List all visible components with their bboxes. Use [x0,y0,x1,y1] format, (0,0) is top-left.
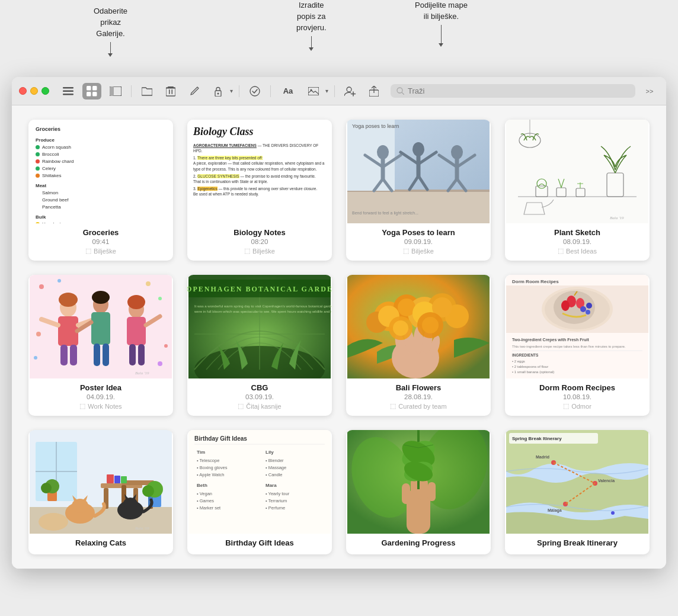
svg-point-63 [146,281,151,286]
svg-text:Tim: Tim [197,450,205,455]
folders-button[interactable] [137,83,156,100]
svg-rect-3 [87,86,91,91]
note-card-relaxing-cats[interactable]: Bala '19 Relaxing Cats [28,430,173,554]
svg-text:Valencia: Valencia [598,479,615,483]
note-info-groceries: Groceries 09:41 ⬚ Bilješke [28,223,173,261]
note-card-cbg[interactable]: COPENHAGEN BOTANICAL GARDEN It was a won… [187,275,332,416]
svg-rect-50 [506,120,648,223]
note-card-plant-sketch[interactable]: Bala '19 Plant Sketch 08.09.19. ⬚ Best I… [505,120,650,261]
note-folder-cbg: ⬚ Čitaj kasnije [193,402,326,410]
note-preview-poster: Bala '19 [28,275,173,378]
lock-dropdown-arrow[interactable]: ▾ [230,88,233,94]
note-card-dorm-recipes[interactable]: Dorm Room Recipes [505,275,650,416]
svg-rect-85 [129,344,136,365]
svg-rect-191 [402,483,410,504]
note-title-plant: Plant Sketch [511,228,644,237]
gallery-view-button[interactable] [82,83,101,100]
note-card-gardening[interactable]: Gardening Progress [346,430,491,554]
maximize-button[interactable] [41,87,49,95]
svg-text:• Marker set: • Marker set [197,505,221,511]
folder-icon: ⬚ [244,247,250,255]
svg-text:Bend forward to feel a light s: Bend forward to feel a light stretch... [352,211,418,216]
note-title-cats: Relaxing Cats [34,538,167,547]
note-preview-cbg: COPENHAGEN BOTANICAL GARDEN It was a won… [187,275,332,378]
svg-rect-9 [166,88,175,96]
svg-text:Yoga poses to learn: Yoga poses to learn [352,123,399,129]
note-title-poster: Poster Idea [34,383,167,392]
svg-text:Dorm Room Recipes: Dorm Room Recipes [512,279,559,284]
folder-icon: ⬚ [390,402,396,410]
svg-text:• Yearly tour: • Yearly tour [266,491,290,496]
note-preview-yoga: Yoga poses to learn Bend forward to feel… [346,120,491,223]
svg-point-66 [34,356,37,360]
note-date-plant: 08.09.19. [511,238,644,245]
format-button[interactable]: Aa [277,83,299,100]
search-bar[interactable] [391,84,635,98]
add-person-button[interactable] [341,83,360,100]
share-button[interactable] [364,83,383,100]
note-info-bali: Bali Flowers 28.08.19. ⬚ Curated by team [346,378,491,416]
search-input[interactable] [408,86,629,95]
note-info-spring: Spring Break Itinerary [505,534,650,554]
note-card-biology-notes[interactable]: Biology Class AGROBACTERIUM TUMEFACIENS … [187,120,332,261]
note-folder-dorm: ⬚ Odmor [511,402,644,410]
note-card-birthday-gifts[interactable]: Birthday Gift Ideas Tim • Telescope • Bo… [187,430,332,554]
svg-rect-72 [60,345,68,365]
expand-button[interactable]: >> [640,83,659,100]
svg-text:Mara: Mara [266,483,277,488]
svg-point-127 [580,306,586,312]
svg-point-62 [57,279,61,283]
note-title-groceries: Groceries [34,228,167,237]
svg-rect-2 [63,94,73,95]
close-button[interactable] [19,87,27,95]
svg-text:Madrid: Madrid [536,455,549,459]
svg-rect-12 [168,86,174,88]
note-card-yoga-poses[interactable]: Yoga poses to learn Bend forward to feel… [346,120,491,261]
delete-button[interactable] [161,83,180,100]
svg-point-126 [561,300,570,311]
folder-icon: ⬚ [79,402,85,410]
svg-rect-194 [428,482,436,501]
note-info-dorm: Dorm Room Recipes 10.08.19. ⬚ Odmor [505,378,650,416]
note-card-groceries[interactable]: Groceries Produce Acorn squash Broccoli … [28,120,173,261]
note-folder-bali: ⬚ Curated by team [352,402,485,410]
svg-text:• Terrarium: • Terrarium [266,498,287,503]
gallery-tooltip-text: OdaberiteprikazGalerije. [94,6,127,40]
note-title-birthday: Birthday Gift Ideas [193,538,326,547]
svg-rect-86 [138,344,145,365]
note-preview-birthday: Birthday Gift Ideas Tim • Telescope • Bo… [187,430,332,534]
new-note-button[interactable] [185,83,204,100]
note-info-cbg: CBG 03.09.19. ⬚ Čitaj kasnije [187,378,332,416]
image-insert-button[interactable] [304,83,323,100]
note-card-bali-flowers[interactable]: Bali Flowers 28.08.19. ⬚ Curated by team [346,275,491,416]
note-title-biology: Biology Notes [193,228,326,237]
sidebar-toggle-button[interactable] [106,83,125,100]
svg-text:Málaga: Málaga [548,508,562,513]
svg-point-206 [611,511,615,515]
svg-rect-4 [92,86,97,91]
checklist-button[interactable] [245,83,264,100]
note-card-poster-idea[interactable]: Bala '19 Poster Idea 04.09.19. ⬚ Work No… [28,275,173,416]
svg-point-163 [123,498,137,509]
checklist-tooltip-text: Izraditepopis zaprovjeru. [296,0,327,34]
note-preview-dorm: Dorm Room Recipes [505,275,650,378]
svg-point-61 [39,284,44,289]
svg-point-84 [127,295,145,309]
svg-point-157 [142,485,154,497]
lock-button[interactable] [209,83,228,100]
note-title-bali: Bali Flowers [352,383,485,392]
minimize-button[interactable] [30,87,38,95]
svg-text:Two-Ingredient Crepes with Fre: Two-Ingredient Crepes with Fresh Fruit [512,338,589,342]
note-info-plant: Plant Sketch 08.09.19. ⬚ Best Ideas [505,223,650,261]
note-card-spring-break[interactable]: Madrid Valencia Málaga Spring Break Itin… [505,430,650,554]
svg-rect-73 [70,345,77,365]
list-view-button[interactable] [59,83,78,100]
svg-text:Lily: Lily [266,450,274,455]
note-title-dorm: Dorm Room Recipes [511,383,644,392]
notes-content: Groceries Produce Acorn squash Broccoli … [12,105,666,569]
image-dropdown-arrow[interactable]: ▾ [325,88,328,94]
note-info-yoga: Yoga Poses to learn 09.09.19. ⬚ Bilješke [346,223,491,261]
note-folder-biology: ⬚ Bilješke [193,247,326,255]
svg-rect-10 [169,89,170,94]
note-info-poster: Poster Idea 04.09.19. ⬚ Work Notes [28,378,173,416]
